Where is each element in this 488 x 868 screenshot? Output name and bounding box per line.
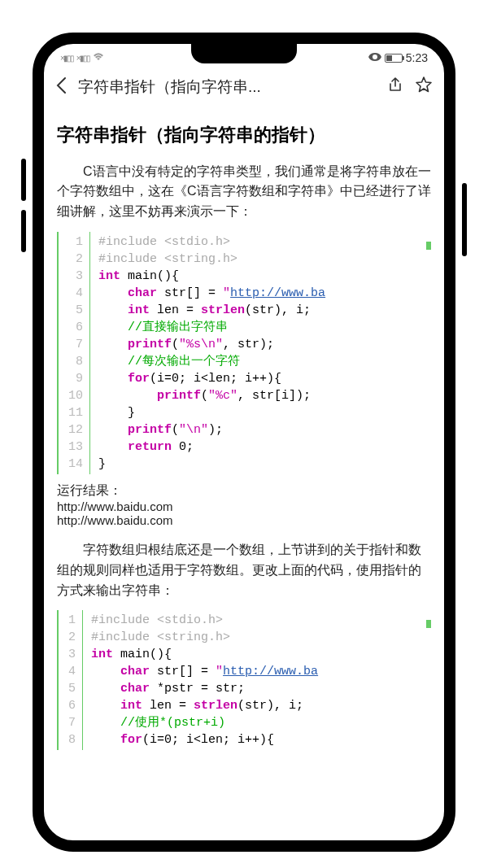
result-label: 运行结果： bbox=[57, 482, 431, 499]
signal-icon-2: ×▮▯▯ bbox=[76, 54, 89, 63]
volume-down-button[interactable] bbox=[21, 210, 26, 252]
power-button[interactable] bbox=[462, 183, 467, 256]
phone-frame: ×▮▯▯ ×▮▯▯ 5:23 字符串指针（指向字符串... 字符串指针（指向字符… bbox=[33, 33, 455, 852]
code-block-1: 1234567891011121314 #include <stdio.h>#i… bbox=[57, 232, 431, 474]
result-line-2: http://www.baidu.com bbox=[57, 513, 431, 527]
volume-up-button[interactable] bbox=[21, 159, 26, 201]
eye-icon bbox=[368, 52, 381, 63]
star-icon[interactable] bbox=[415, 76, 433, 98]
paragraph-1: C语言中没有特定的字符串类型，我们通常是将字符串放在一个字符数组中，这在《C语言… bbox=[57, 162, 431, 222]
article-content[interactable]: 字符串指针（指向字符串的指针） C语言中没有特定的字符串类型，我们通常是将字符串… bbox=[44, 106, 444, 840]
phone-notch bbox=[191, 44, 297, 63]
share-icon[interactable] bbox=[387, 76, 403, 98]
wifi-icon bbox=[93, 52, 104, 63]
status-time: 5:23 bbox=[406, 51, 428, 64]
battery-icon bbox=[385, 54, 403, 63]
line-numbers-2: 12345678 bbox=[59, 610, 83, 750]
signal-icon-1: ×▮▯▯ bbox=[60, 54, 73, 63]
result-line-1: http://www.baidu.com bbox=[57, 499, 431, 513]
article-title: 字符串指针（指向字符串的指针） bbox=[57, 124, 431, 147]
code-lines-1: #include <stdio.h>#include <string.h>int… bbox=[90, 232, 431, 474]
line-numbers-1: 1234567891011121314 bbox=[59, 232, 90, 474]
paragraph-2: 字符数组归根结底还是一个数组，上节讲到的关于指针和数组的规则同样也适用于字符数组… bbox=[57, 540, 431, 600]
nav-bar: 字符串指针（指向字符串... bbox=[44, 68, 444, 106]
nav-title: 字符串指针（指向字符串... bbox=[78, 76, 376, 98]
back-button[interactable] bbox=[55, 76, 67, 98]
code-block-2: 12345678 #include <stdio.h>#include <str… bbox=[57, 610, 431, 750]
code-lines-2: #include <stdio.h>#include <string.h>int… bbox=[83, 610, 431, 750]
